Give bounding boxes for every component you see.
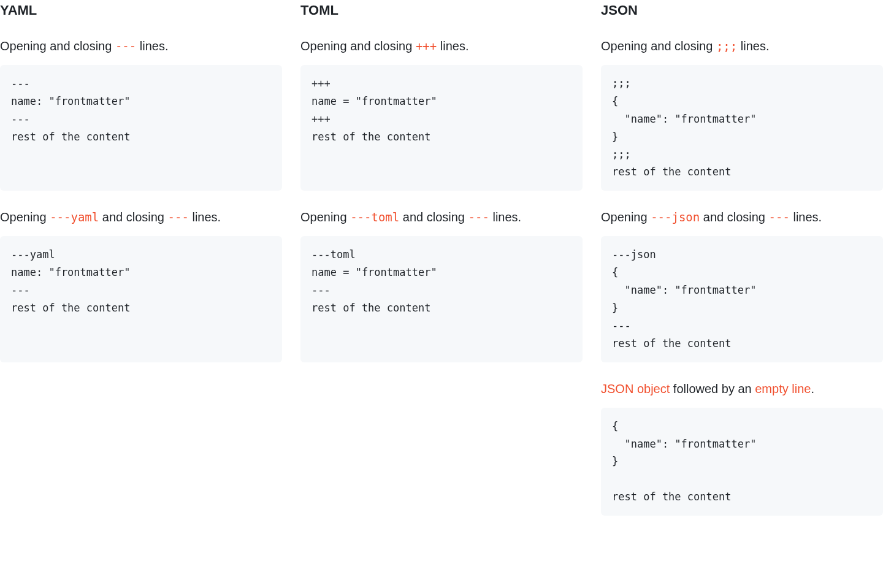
toml-block2-desc: Opening ---toml and closing --- lines. — [300, 208, 583, 226]
desc-text: and closing — [99, 210, 167, 224]
desc-text: and closing — [399, 210, 468, 224]
desc-code: ---toml — [350, 210, 399, 224]
desc-text: Opening — [300, 210, 350, 224]
yaml-block2-code: ---yaml name: "frontmatter" --- rest of … — [0, 236, 282, 362]
json-block2-code: ---json { "name": "frontmatter" } --- re… — [601, 236, 883, 362]
desc-text: Opening — [601, 210, 651, 224]
yaml-block1-code: --- name: "frontmatter" --- rest of the … — [0, 65, 282, 191]
toml-block1-code: +++ name = "frontmatter" +++ rest of the… — [300, 65, 583, 191]
desc-link[interactable]: JSON object — [601, 382, 670, 395]
desc-text: lines. — [437, 39, 468, 53]
desc-text: lines. — [737, 39, 769, 53]
desc-text: followed by an — [670, 382, 755, 395]
desc-text: . — [811, 382, 814, 395]
desc-text: Opening and closing — [601, 39, 716, 53]
desc-code: ;;; — [716, 39, 737, 53]
json-block1-desc: Opening and closing ;;; lines. — [601, 37, 883, 55]
desc-text: Opening — [0, 210, 50, 224]
desc-code: --- — [115, 39, 136, 53]
toml-block1-desc: Opening and closing +++ lines. — [300, 37, 583, 55]
desc-code: --- — [769, 210, 790, 224]
toml-column: TOML Opening and closing +++ lines. +++ … — [300, 0, 583, 533]
desc-code: --- — [468, 210, 489, 224]
yaml-heading: YAML — [0, 2, 282, 18]
desc-code: ---json — [651, 210, 700, 224]
yaml-block2-desc: Opening ---yaml and closing --- lines. — [0, 208, 282, 226]
desc-code: --- — [168, 210, 189, 224]
desc-text: lines. — [790, 210, 822, 224]
json-block3-code: { "name": "frontmatter" } rest of the co… — [601, 408, 883, 516]
json-block3-desc: JSON object followed by an empty line. — [601, 380, 883, 398]
desc-link[interactable]: empty line — [755, 382, 811, 395]
desc-text: lines. — [189, 210, 221, 224]
frontmatter-formats-grid: YAML Opening and closing --- lines. --- … — [0, 0, 883, 533]
desc-code: ---yaml — [50, 210, 99, 224]
desc-text: Opening and closing — [300, 39, 416, 53]
desc-text: Opening and closing — [0, 39, 115, 53]
desc-text: lines. — [136, 39, 168, 53]
desc-code: +++ — [416, 39, 437, 53]
yaml-column: YAML Opening and closing --- lines. --- … — [0, 0, 282, 533]
toml-block2-code: ---toml name = "frontmatter" --- rest of… — [300, 236, 583, 362]
json-heading: JSON — [601, 2, 883, 18]
desc-text: and closing — [700, 210, 768, 224]
toml-heading: TOML — [300, 2, 583, 18]
json-block2-desc: Opening ---json and closing --- lines. — [601, 208, 883, 226]
yaml-block1-desc: Opening and closing --- lines. — [0, 37, 282, 55]
json-column: JSON Opening and closing ;;; lines. ;;; … — [601, 0, 883, 533]
desc-text: lines. — [489, 210, 521, 224]
json-block1-code: ;;; { "name": "frontmatter" } ;;; rest o… — [601, 65, 883, 191]
